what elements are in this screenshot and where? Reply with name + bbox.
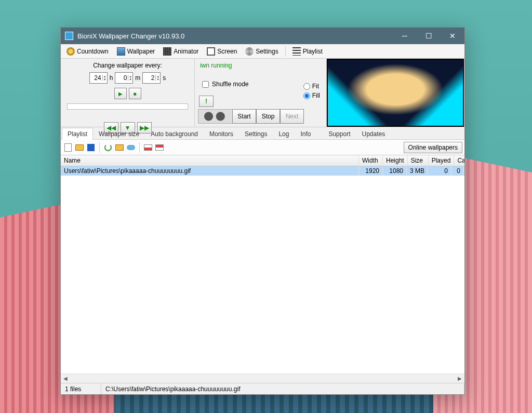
minutes-spinner[interactable]: ▲▼	[115, 72, 133, 84]
scroll-left-button[interactable]: ◀	[61, 375, 70, 383]
col-height[interactable]: Height	[383, 155, 408, 166]
new-playlist-button[interactable]	[63, 142, 73, 153]
refresh-icon	[104, 144, 112, 151]
playback-panel: iwn running Shuffle mode Fit Fill ! Star…	[195, 59, 327, 127]
open-playlist-button[interactable]	[74, 142, 85, 153]
tab-info[interactable]: Info	[295, 128, 316, 140]
start-button[interactable]: Start	[232, 109, 256, 124]
wallpaper-button[interactable]: Wallpaper	[113, 45, 159, 58]
screen-icon	[207, 47, 215, 56]
col-width[interactable]: Width	[359, 155, 383, 166]
screen-button[interactable]: Screen	[203, 45, 241, 58]
tab-wallpaper-size[interactable]: Wallpaper size	[93, 128, 145, 140]
add-folder-button[interactable]	[114, 142, 125, 153]
tab-log[interactable]: Log	[273, 128, 295, 140]
minimize-button[interactable]: ─	[393, 28, 417, 44]
timer-panel: Change wallpaper every: ▲▼ h ▲▼ m ▲▼ s ▶…	[61, 59, 195, 127]
grid-row[interactable]: Users\fatiw\Pictures\pikaaaaa-chuuuuuuuu…	[61, 166, 464, 176]
timer-label: Change wallpaper every:	[64, 62, 191, 69]
folder-open-icon	[75, 144, 84, 151]
scroll-right-button[interactable]: ▶	[455, 375, 464, 383]
remove-row-button[interactable]	[143, 142, 153, 153]
maximize-button[interactable]: ☐	[417, 28, 441, 44]
tab-updates[interactable]: Updates	[356, 128, 391, 140]
playlist-button[interactable]: Playlist	[289, 45, 326, 58]
app-icon	[65, 32, 73, 40]
close-button[interactable]: ✕	[441, 28, 464, 44]
playlist-toolbar: Online wallpapers	[61, 140, 464, 155]
play-button[interactable]: ▶	[114, 88, 127, 99]
col-cat[interactable]: Ca	[454, 155, 464, 166]
hours-input[interactable]	[90, 74, 102, 82]
wallpaper-preview[interactable]	[328, 60, 463, 126]
countdown-icon	[66, 47, 75, 56]
clear-list-button[interactable]	[154, 142, 165, 153]
shuffle-checkbox[interactable]	[202, 81, 209, 88]
col-size[interactable]: Size	[408, 155, 429, 166]
stop-action-button[interactable]: Stop	[256, 109, 280, 124]
tab-playlist[interactable]: Playlist	[62, 128, 93, 140]
tab-monitors[interactable]: Monitors	[204, 128, 239, 140]
cloud-button[interactable]	[126, 142, 136, 153]
minutes-input[interactable]	[115, 74, 128, 82]
refresh-button[interactable]	[103, 142, 113, 153]
app-window: BioniX Wallpaper Changer v10.93.0 ─ ☐ ✕ …	[60, 27, 465, 395]
playlist-grid[interactable]: Name Width Height Size Played Ca Users\f…	[61, 155, 464, 374]
tab-bar: Playlist Wallpaper size Auto background …	[61, 127, 464, 140]
hours-spinner[interactable]: ▲▼	[89, 72, 108, 84]
spinner-arrows[interactable]: ▲▼	[102, 75, 107, 81]
gears-icon	[198, 109, 232, 124]
main-toolbar: Countdown Wallpaper Animator Screen Sett…	[61, 44, 464, 59]
settings-button[interactable]: Settings	[242, 45, 282, 58]
seconds-spinner[interactable]: ▲▼	[142, 72, 161, 84]
timer-progress	[67, 103, 188, 110]
folder-icon	[115, 144, 124, 151]
countdown-status: iwn running	[198, 62, 323, 69]
tab-auto-background[interactable]: Auto background	[145, 128, 204, 140]
animator-icon	[163, 47, 171, 56]
status-bar: 1 files C:\Users\fatiw\Pictures\pikaaaaa…	[61, 383, 464, 394]
control-panel: Change wallpaper every: ▲▼ h ▲▼ m ▲▼ s ▶…	[61, 59, 464, 127]
next-action-button[interactable]: Next	[280, 109, 304, 124]
animator-button[interactable]: Animator	[159, 45, 202, 58]
countdown-button[interactable]: Countdown	[63, 45, 112, 58]
window-title: BioniX Wallpaper Changer v10.93.0	[77, 32, 393, 40]
file-count: 1 files	[61, 383, 101, 394]
toolbar-separator	[285, 46, 286, 57]
alert-button[interactable]: !	[199, 96, 214, 107]
preview-panel	[327, 59, 464, 127]
fit-radio[interactable]	[303, 83, 310, 90]
spinner-arrows[interactable]: ▲▼	[155, 75, 160, 81]
current-file-path: C:\Users\fatiw\Pictures\pikaaaaa-chuuuuu…	[101, 383, 464, 394]
save-icon	[87, 144, 95, 151]
col-name[interactable]: Name	[61, 155, 359, 166]
titlebar[interactable]: BioniX Wallpaper Changer v10.93.0 ─ ☐ ✕	[61, 28, 464, 44]
save-playlist-button[interactable]	[86, 142, 96, 153]
online-wallpapers-button[interactable]: Online wallpapers	[404, 142, 462, 153]
settings-icon	[245, 47, 254, 56]
tab-support[interactable]: Support	[323, 128, 356, 140]
stop-button[interactable]: ■	[129, 88, 141, 99]
col-played[interactable]: Played	[429, 155, 455, 166]
spinner-arrows[interactable]: ▲▼	[128, 75, 132, 81]
fill-radio[interactable]	[303, 92, 310, 99]
delete-row-icon	[144, 144, 152, 151]
seconds-input[interactable]	[143, 74, 155, 82]
horizontal-scrollbar[interactable]: ◀ ▶	[61, 374, 464, 383]
playlist-icon	[292, 47, 301, 56]
tab-settings[interactable]: Settings	[239, 128, 273, 140]
cloud-icon	[127, 145, 135, 150]
grid-header: Name Width Height Size Played Ca	[61, 155, 464, 166]
file-icon	[64, 143, 72, 152]
wallpaper-icon	[117, 47, 125, 56]
shuffle-label: Shuffle mode	[212, 81, 249, 88]
delete-all-icon	[155, 144, 164, 151]
